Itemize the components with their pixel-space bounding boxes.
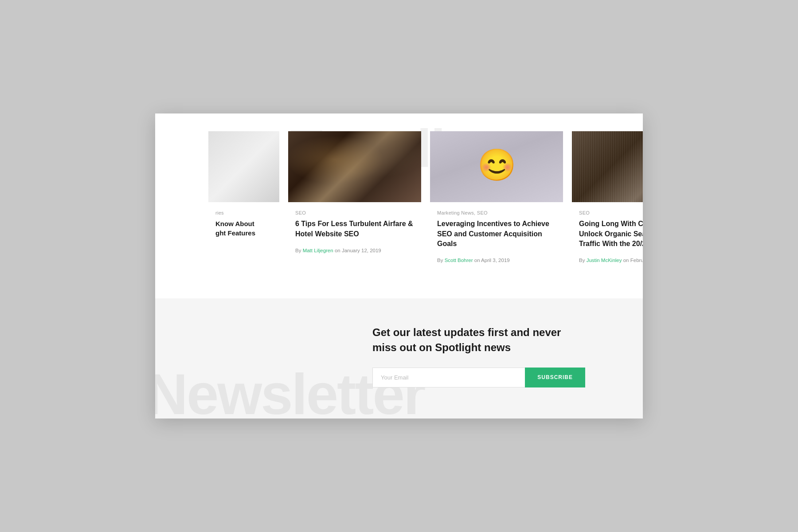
card-content: SEO Going Long With Content: Unlock Orga… — [572, 202, 643, 272]
author-link[interactable]: Justin McKinley — [587, 258, 622, 263]
card-date: on April 3, 2019 — [474, 258, 510, 263]
card-date: on February 10, 2019 — [623, 258, 643, 263]
newsletter-form: SUBSCRIBE — [372, 368, 585, 387]
card-category: SEO — [295, 210, 414, 215]
card-content: ries Know Aboutght Features — [208, 202, 279, 255]
card-title: 6 Tips For Less Turbulent Airfare & Hote… — [295, 219, 414, 239]
card-category: ries — [215, 210, 272, 215]
list-item: ries Know Aboutght Features — [208, 131, 279, 272]
cards-container: ries Know Aboutght Features SEO 6 Tips F… — [155, 131, 643, 272]
author-link[interactable]: Matt Liljegren — [303, 248, 333, 253]
card-image — [572, 131, 643, 202]
card-title: Going Long With Content: Unlock Organic … — [579, 219, 643, 249]
card-date: on January 12, 2019 — [335, 248, 381, 253]
browser-window: Trending ries Know Aboutght Features SEO… — [155, 113, 643, 418]
card-title: Know Aboutght Features — [215, 219, 272, 238]
list-item: Marketing News, SEO Leveraging Incentive… — [430, 131, 563, 272]
card-meta: By Scott Bohrer on April 3, 2019 — [437, 258, 556, 263]
list-item: SEO 6 Tips For Less Turbulent Airfare & … — [288, 131, 421, 272]
author-link[interactable]: Scott Bohrer — [445, 258, 473, 263]
newsletter-title: Get our latest updates first and never m… — [372, 325, 585, 355]
card-meta: By Justin McKinley on February 10, 2019 — [579, 258, 643, 263]
list-item: SEO Going Long With Content: Unlock Orga… — [572, 131, 643, 272]
newsletter-content: Get our latest updates first and never m… — [372, 325, 585, 387]
card-title: Leveraging Incentives to Achieve SEO and… — [437, 219, 556, 249]
newsletter-section: Newsletter Get our latest updates first … — [155, 298, 643, 418]
card-image — [288, 131, 421, 202]
card-category: Marketing News, SEO — [437, 210, 556, 215]
card-image — [430, 131, 563, 202]
subscribe-button[interactable]: SUBSCRIBE — [525, 368, 585, 387]
card-content: SEO 6 Tips For Less Turbulent Airfare & … — [288, 202, 421, 262]
card-image — [208, 131, 279, 202]
trending-section: Trending ries Know Aboutght Features SEO… — [155, 113, 643, 298]
email-field[interactable] — [372, 368, 525, 387]
card-content: Marketing News, SEO Leveraging Incentive… — [430, 202, 563, 272]
card-meta: By Matt Liljegren on January 12, 2019 — [295, 248, 414, 253]
card-category: SEO — [579, 210, 643, 215]
